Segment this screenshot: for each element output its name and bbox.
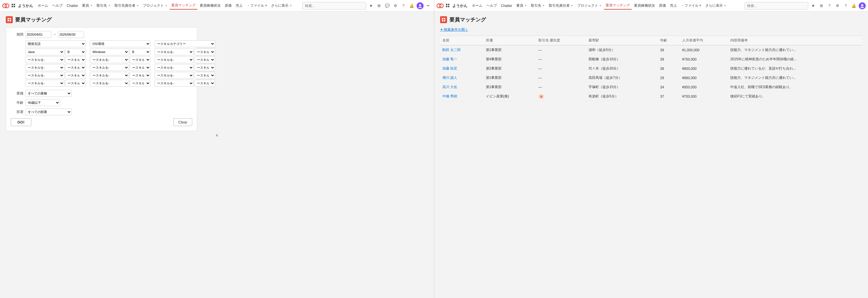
right-add-icon[interactable]: ⊞ [818, 3, 825, 9]
left-bell-icon[interactable]: 🔔 [408, 3, 415, 9]
right-nav-files[interactable]: ・ファイル × [679, 2, 703, 9]
left-go-button[interactable]: GO! [11, 118, 31, 126]
name-link[interactable]: 高川 大佐 [442, 85, 457, 89]
left-nav-help[interactable]: ヘルプ [51, 2, 64, 9]
left-nav-files[interactable]: ・ファイル × [245, 2, 269, 9]
left-skill-r3-c2-level[interactable]: ースキルレベルー [130, 64, 151, 71]
right-nav-more[interactable]: さらに表示 [704, 2, 728, 9]
left-skill-r5-c1-level[interactable]: ースキルレベルー [65, 80, 86, 87]
left-star-icon[interactable]: ★ [368, 3, 374, 9]
cell-station: 有楽町（徒歩5分） [586, 92, 658, 101]
left-age-select[interactable]: 40歳以下 [25, 99, 60, 106]
left-skill-r3-c3: ースキルを- ースキルレベルー [155, 64, 215, 71]
left-skill-r3-c1-level[interactable]: ースキルレベルー [65, 64, 86, 71]
name-link[interactable]: 駒田 太二郎 [442, 48, 461, 52]
left-nav-home[interactable]: ホーム [36, 2, 50, 9]
left-skill-r4-c2-skill[interactable]: ースキルを- [90, 72, 129, 79]
left-skill-r1-c2-skill[interactable]: Windows [90, 49, 129, 55]
left-nav-matching[interactable]: 要員マッチング [169, 2, 197, 9]
right-help-icon[interactable]: ? [842, 3, 849, 9]
left-skill-cat3-select[interactable]: ースキルカテゴリー [155, 40, 215, 47]
left-skill-r1-c3-skill[interactable]: ースキルを- [155, 49, 194, 55]
right-star-icon[interactable]: ★ [810, 3, 816, 9]
left-grid-icon[interactable] [11, 3, 16, 8]
left-search-input[interactable] [302, 2, 366, 9]
left-skill-r4-c1-level[interactable]: ースキルレベルー [65, 72, 86, 79]
cell-priority: — [536, 55, 586, 64]
right-nav-sales[interactable]: 売上 [668, 2, 679, 9]
left-nav-status[interactable]: 要員稼働状況 [198, 2, 222, 9]
right-bell-icon[interactable]: 🔔 [850, 3, 857, 9]
left-avatar[interactable] [416, 2, 424, 9]
right-nav-account[interactable]: 取引先 [529, 2, 547, 9]
right-settings-icon[interactable]: ⚙ [834, 3, 841, 9]
left-skill-r2-c2-skill[interactable]: ースキルを- [90, 56, 129, 63]
left-skill-r3-c1-skill[interactable]: ースキルを- [25, 64, 64, 71]
left-clear-button[interactable]: Clear [174, 118, 192, 126]
left-nav-cost[interactable]: 原価 [223, 2, 234, 9]
left-skill-r1-c3-level[interactable]: ースキルレベルー [194, 49, 215, 55]
left-collapse-arrow[interactable]: ∧ [6, 133, 428, 138]
name-link[interactable]: 加藤 竜一 [442, 57, 457, 61]
left-skill-r2-c3-skill[interactable]: ースキルを- [155, 56, 194, 63]
left-nav-chatter[interactable]: Chatter [65, 3, 80, 9]
left-skill-r1-c1-skill[interactable]: Java [25, 49, 64, 55]
left-skill-r1-c2-level[interactable]: B [130, 49, 151, 55]
left-skill-r4-c2-level[interactable]: ースキルレベルー [130, 72, 151, 79]
left-skill-r5-c2-level[interactable]: ースキルレベルー [130, 80, 151, 87]
right-page-title-icon [440, 16, 447, 23]
right-nav-chatter[interactable]: Chatter [499, 3, 514, 9]
left-skill-r3-c2-skill[interactable]: ースキルを- [90, 64, 129, 71]
right-nav-member[interactable]: 要員 [515, 2, 528, 9]
left-nav-more[interactable]: さらに表示 [269, 2, 294, 9]
left-nav-contact[interactable]: 取引先責任者 [113, 2, 141, 9]
right-nav-home[interactable]: ホーム [470, 2, 484, 9]
left-date-to[interactable] [58, 31, 84, 38]
left-skill-r5-c3-skill[interactable]: ースキルを- [155, 80, 194, 87]
left-date-from[interactable] [25, 31, 51, 38]
right-nav-help[interactable]: ヘルプ [485, 2, 499, 9]
left-skill-r4-c3-level[interactable]: ースキルレベルー [194, 72, 215, 79]
left-help-icon[interactable]: ? [400, 3, 407, 9]
right-search-conditions-link[interactable]: ✦ 検索条件を開く [440, 27, 468, 32]
right-chat-icon[interactable]: ? [826, 3, 833, 9]
left-dept-select[interactable]: すべての部署 [25, 109, 72, 115]
cell-name: 加藤 竜一 [440, 55, 484, 64]
right-nav-status[interactable]: 要員稼働状況 [632, 2, 657, 9]
left-add-icon[interactable]: ⊞ [376, 3, 382, 9]
left-skill-r5-c3-level[interactable]: ースキルレベルー [194, 80, 215, 87]
right-nav-contact[interactable]: 取引先責任者 [547, 2, 575, 9]
left-skill-r4-c3-skill[interactable]: ースキルを- [155, 72, 194, 79]
left-nav-sales[interactable]: 売上 [234, 2, 244, 9]
right-avatar[interactable] [859, 2, 866, 9]
cell-dept: 第1事業部 [484, 83, 536, 92]
left-nav-member[interactable]: 要員 [80, 2, 94, 9]
left-skill-r2-c1-level[interactable]: ースキルレベルー [65, 56, 86, 63]
right-grid-icon[interactable] [445, 3, 451, 8]
left-pencil-icon[interactable]: ✏ [425, 3, 432, 9]
left-skill-r4-c1-skill[interactable]: ースキルを- [25, 72, 64, 79]
left-skill-cat1-select[interactable]: 開発言語 [25, 40, 86, 47]
left-settings-icon[interactable]: ⚙ [392, 3, 399, 9]
left-nav-project[interactable]: プロジェクト [141, 2, 169, 9]
right-nav-cost[interactable]: 原価 [657, 2, 668, 9]
left-skill-r2-c1-skill[interactable]: ースキルを- [25, 56, 64, 63]
left-skill-r3-c3-skill[interactable]: ースキルを- [155, 64, 194, 71]
left-skill-r3-c3-level[interactable]: ースキルレベルー [194, 64, 215, 71]
name-link[interactable]: 中橋 秀樹 [442, 94, 457, 98]
left-nav-account[interactable]: 取引先 [95, 2, 112, 9]
left-skill-cat2-select[interactable]: OS/環境 [90, 40, 151, 47]
left-skill-r2-c3-level[interactable]: ースキルレベルー [194, 56, 215, 63]
right-nav-matching[interactable]: 要員マッチング [604, 2, 632, 9]
left-skill-r5-c2-skill[interactable]: ースキルを- [90, 80, 129, 87]
right-nav-project[interactable]: プロジェクト [576, 2, 603, 9]
left-skill-r1-c1-level[interactable]: B [65, 49, 86, 55]
right-search-input[interactable] [744, 2, 808, 9]
left-skill-r2-c2-level[interactable]: ースキルレベルー [130, 56, 151, 63]
name-link[interactable]: 加藤 拓宏 [442, 66, 457, 70]
left-skill-cat1-cell: 開発言語 [25, 40, 86, 47]
name-link[interactable]: 傳川 譲人 [442, 76, 457, 80]
left-category-select[interactable]: すべての業種 [25, 90, 72, 97]
left-chat-icon[interactable]: 💬 [384, 3, 391, 9]
left-skill-r5-c1-skill[interactable]: ースキルを- [25, 80, 64, 87]
